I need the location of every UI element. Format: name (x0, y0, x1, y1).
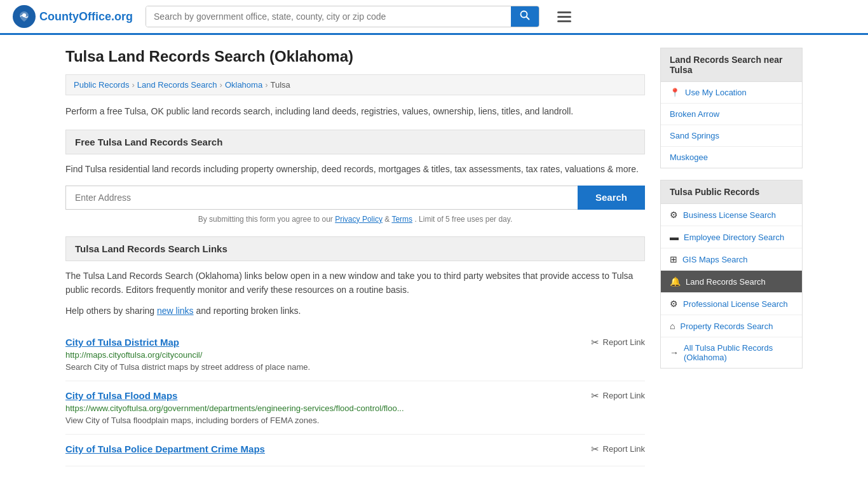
report-link-2[interactable]: ✂ Report Link (591, 390, 645, 402)
sand-springs-link[interactable]: Sand Springs (670, 131, 719, 140)
sidebar-item-sand-springs[interactable]: Sand Springs (661, 125, 802, 147)
free-search-header: Free Tulsa Land Records Search (65, 130, 645, 154)
new-links-link[interactable]: new links (157, 306, 194, 316)
address-form: Search (65, 186, 645, 210)
sidebar-nearby-title: Land Records Search near Tulsa (660, 48, 803, 82)
share-text: Help others by sharing new links and rep… (65, 304, 645, 318)
link-item: City of Tulsa District Map ✂ Report Link… (65, 328, 645, 381)
logo-text: CountyOffice.org (39, 10, 133, 24)
bell-icon: 🔔 (670, 276, 681, 287)
links-section-description: The Tulsa Land Records Search (Oklahoma)… (65, 269, 645, 297)
site-header: CountyOffice.org (0, 0, 868, 35)
search-button[interactable]: Search (578, 186, 645, 210)
breadcrumb-tulsa: Tulsa (270, 80, 290, 90)
sidebar-item-employee-directory[interactable]: ▬ Employee Directory Search (661, 226, 802, 248)
business-license-link[interactable]: Business License Search (683, 210, 776, 220)
page-title: Tulsa Land Records Search (Oklahoma) (65, 48, 645, 65)
main-content: Tulsa Land Records Search (Oklahoma) Pub… (65, 48, 645, 466)
page-description: Perform a free Tulsa, OK public land rec… (65, 104, 645, 118)
global-search-input[interactable] (146, 6, 511, 27)
report-icon-2: ✂ (591, 390, 599, 402)
sidebar-item-professional-license[interactable]: ⚙ Professional License Search (661, 293, 802, 315)
use-my-location-link[interactable]: Use My Location (685, 88, 747, 97)
sidebar-item-land-records[interactable]: 🔔 Land Records Search (661, 271, 802, 293)
sidebar-public-records-title: Tulsa Public Records (660, 180, 803, 204)
broken-arrow-link[interactable]: Broken Arrow (670, 109, 719, 119)
link-url-1[interactable]: http://maps.cityoftulsa.org/citycouncil/ (65, 350, 645, 360)
sidebar-public-records-block: ⚙ Business License Search ▬ Employee Dir… (660, 204, 803, 369)
map-icon: ⊞ (670, 254, 677, 264)
site-logo[interactable]: CountyOffice.org (13, 5, 133, 28)
logo-icon (13, 5, 36, 28)
gear-icon: ⚙ (670, 210, 678, 220)
links-section: Tulsa Land Records Search Links The Tuls… (65, 236, 645, 466)
report-icon-1: ✂ (591, 337, 599, 348)
gis-maps-link[interactable]: GIS Maps Search (682, 255, 748, 264)
link-item: City of Tulsa Police Department Crime Ma… (65, 435, 645, 466)
link-desc-1: Search City of Tulsa district maps by st… (65, 362, 645, 372)
menu-button[interactable] (557, 11, 571, 22)
breadcrumb-oklahoma[interactable]: Oklahoma (225, 80, 262, 90)
form-disclaimer: By submitting this form you agree to our… (65, 215, 645, 224)
terms-link[interactable]: Terms (391, 215, 412, 224)
address-input[interactable] (65, 186, 578, 210)
professional-license-link[interactable]: Professional License Search (683, 299, 788, 309)
report-link-3[interactable]: ✂ Report Link (591, 444, 645, 455)
svg-line-3 (527, 17, 530, 20)
location-pin-icon: 📍 (670, 88, 680, 97)
svg-point-2 (521, 11, 527, 18)
breadcrumb: Public Records › Land Records Search › O… (65, 74, 645, 95)
sidebar-use-location[interactable]: 📍 Use My Location (661, 82, 802, 104)
arrow-icon: → (670, 348, 679, 358)
sidebar: Land Records Search near Tulsa 📍 Use My … (660, 48, 803, 466)
all-records-link[interactable]: All Tulsa Public Records (Oklahoma) (684, 343, 793, 362)
sidebar-item-muskogee[interactable]: Muskogee (661, 147, 802, 168)
link-url-2[interactable]: https://www.cityoftulsa.org/government/d… (65, 403, 645, 413)
sidebar-item-property-records[interactable]: ⌂ Property Records Search (661, 315, 802, 337)
breadcrumb-land-records[interactable]: Land Records Search (137, 80, 217, 90)
sidebar-item-business-license[interactable]: ⚙ Business License Search (661, 204, 802, 226)
global-search-button[interactable] (511, 6, 539, 27)
privacy-policy-link[interactable]: Privacy Policy (335, 215, 383, 224)
link-title-1[interactable]: City of Tulsa District Map (65, 337, 179, 348)
link-item: City of Tulsa Flood Maps ✂ Report Link h… (65, 381, 645, 435)
property-records-link[interactable]: Property Records Search (680, 322, 773, 331)
land-records-label: Land Records Search (686, 277, 766, 287)
gear2-icon: ⚙ (670, 299, 678, 309)
link-title-3[interactable]: City of Tulsa Police Department Crime Ma… (65, 444, 265, 454)
free-search-description: Find Tulsa residential land records incl… (65, 162, 645, 176)
employee-directory-link[interactable]: Employee Directory Search (684, 233, 784, 242)
global-search-bar (146, 6, 539, 27)
sidebar-nearby-block: 📍 Use My Location Broken Arrow Sand Spri… (660, 82, 803, 168)
document-icon: ▬ (670, 232, 679, 242)
sidebar-item-gis-maps[interactable]: ⊞ GIS Maps Search (661, 248, 802, 271)
links-section-header: Tulsa Land Records Search Links (65, 236, 645, 261)
report-link-1[interactable]: ✂ Report Link (591, 337, 645, 348)
breadcrumb-public-records[interactable]: Public Records (74, 80, 129, 90)
home-icon: ⌂ (670, 321, 675, 331)
sidebar-item-broken-arrow[interactable]: Broken Arrow (661, 104, 802, 125)
main-layout: Tulsa Land Records Search (Oklahoma) Pub… (53, 35, 815, 485)
link-title-2[interactable]: City of Tulsa Flood Maps (65, 390, 177, 401)
link-desc-2: View City of Tulsa floodplain maps, incl… (65, 416, 645, 425)
muskogee-link[interactable]: Muskogee (670, 152, 708, 162)
sidebar-item-all-records[interactable]: → All Tulsa Public Records (Oklahoma) (661, 337, 802, 368)
report-icon-3: ✂ (591, 444, 599, 455)
